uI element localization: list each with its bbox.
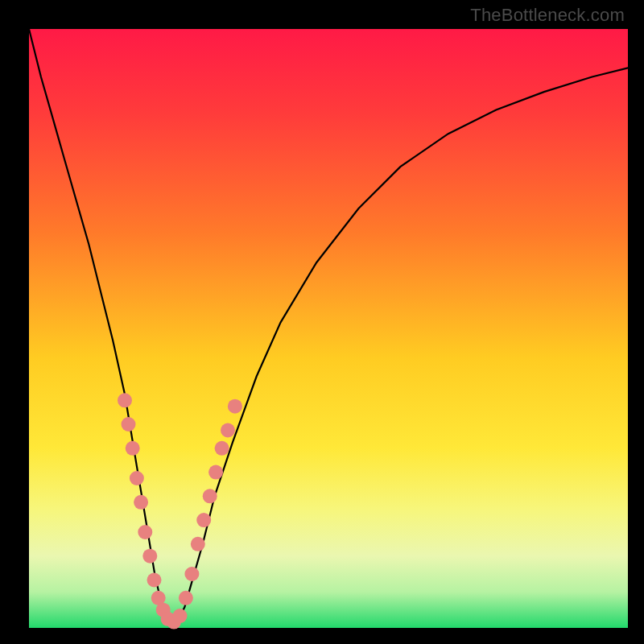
sample-dot: [208, 465, 223, 480]
plot-area: [29, 29, 628, 628]
sample-dot: [179, 591, 193, 605]
sample-dot: [196, 513, 211, 527]
watermark-text: TheBottleneck.com: [470, 5, 625, 26]
bottleneck-curve: [29, 29, 628, 622]
sample-dot: [191, 537, 205, 551]
sample-dot: [118, 393, 132, 407]
sample-dot: [184, 567, 199, 581]
chart-svg: [29, 29, 628, 628]
sample-dot: [138, 525, 152, 539]
sample-dot: [134, 495, 148, 510]
sample-dot: [142, 549, 157, 564]
sample-dot: [147, 573, 162, 588]
outer-frame: TheBottleneck.com: [0, 0, 644, 644]
sample-dot: [126, 441, 140, 456]
sample-dots-group: [118, 393, 242, 629]
sample-dot: [215, 441, 229, 456]
sample-dot: [221, 423, 235, 438]
sample-dot: [203, 489, 217, 503]
sample-dot: [228, 399, 242, 414]
sample-dot: [122, 417, 136, 431]
sample-dot: [173, 609, 188, 623]
sample-dot: [130, 471, 144, 485]
